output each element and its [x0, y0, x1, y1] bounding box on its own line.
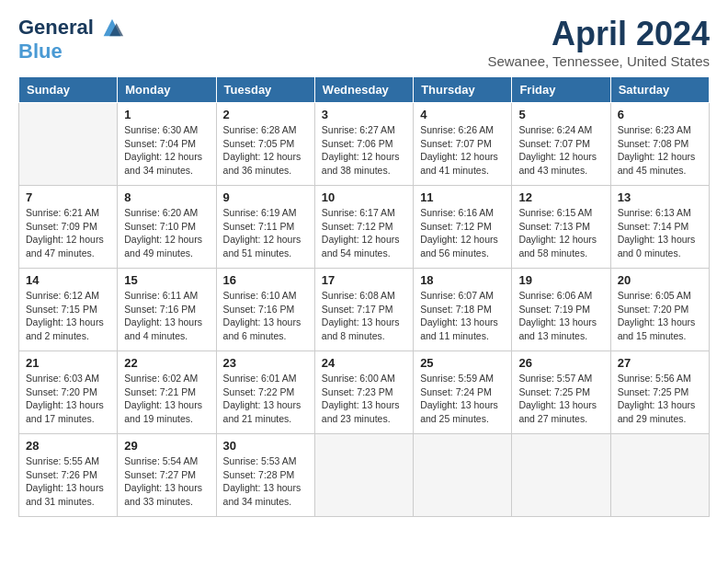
day-number: 28	[26, 439, 110, 453]
logo: General Blue	[18, 15, 125, 63]
calendar-cell	[414, 434, 512, 517]
day-number: 19	[518, 273, 603, 287]
calendar-cell: 9Sunrise: 6:19 AM Sunset: 7:11 PM Daylig…	[216, 186, 314, 269]
day-info: Sunrise: 6:07 AM Sunset: 7:18 PM Dayligh…	[420, 289, 505, 343]
week-row-4: 21Sunrise: 6:03 AM Sunset: 7:20 PM Dayli…	[19, 351, 710, 434]
day-info: Sunrise: 5:56 AM Sunset: 7:25 PM Dayligh…	[618, 372, 702, 426]
calendar: SundayMondayTuesdayWednesdayThursdayFrid…	[18, 76, 710, 517]
calendar-cell: 8Sunrise: 6:20 AM Sunset: 7:10 PM Daylig…	[118, 186, 216, 269]
day-number: 17	[322, 273, 406, 287]
calendar-cell: 21Sunrise: 6:03 AM Sunset: 7:20 PM Dayli…	[19, 351, 118, 434]
calendar-cell: 16Sunrise: 6:10 AM Sunset: 7:16 PM Dayli…	[216, 269, 314, 351]
calendar-cell: 10Sunrise: 6:17 AM Sunset: 7:12 PM Dayli…	[314, 186, 413, 269]
day-number: 23	[223, 356, 308, 370]
day-number: 26	[518, 356, 603, 370]
day-info: Sunrise: 6:21 AM Sunset: 7:09 PM Dayligh…	[26, 206, 110, 260]
week-row-3: 14Sunrise: 6:12 AM Sunset: 7:15 PM Dayli…	[19, 269, 710, 351]
calendar-cell: 22Sunrise: 6:02 AM Sunset: 7:21 PM Dayli…	[118, 351, 216, 434]
week-row-1: 1Sunrise: 6:30 AM Sunset: 7:04 PM Daylig…	[19, 103, 710, 186]
day-info: Sunrise: 5:57 AM Sunset: 7:25 PM Dayligh…	[518, 372, 603, 426]
day-number: 27	[618, 356, 702, 370]
calendar-cell	[19, 103, 118, 186]
day-info: Sunrise: 6:26 AM Sunset: 7:07 PM Dayligh…	[420, 123, 505, 178]
day-info: Sunrise: 6:30 AM Sunset: 7:04 PM Dayligh…	[124, 123, 209, 178]
day-info: Sunrise: 5:53 AM Sunset: 7:28 PM Dayligh…	[223, 454, 308, 509]
calendar-cell: 4Sunrise: 6:26 AM Sunset: 7:07 PM Daylig…	[414, 103, 512, 186]
day-number: 10	[322, 190, 406, 204]
day-info: Sunrise: 6:17 AM Sunset: 7:12 PM Dayligh…	[322, 206, 406, 260]
day-number: 14	[26, 273, 110, 287]
day-info: Sunrise: 5:59 AM Sunset: 7:24 PM Dayligh…	[420, 372, 505, 426]
day-number: 15	[124, 273, 209, 287]
week-row-2: 7Sunrise: 6:21 AM Sunset: 7:09 PM Daylig…	[19, 186, 710, 269]
calendar-cell: 14Sunrise: 6:12 AM Sunset: 7:15 PM Dayli…	[19, 269, 118, 351]
calendar-cell: 2Sunrise: 6:28 AM Sunset: 7:05 PM Daylig…	[216, 103, 314, 186]
calendar-cell: 1Sunrise: 6:30 AM Sunset: 7:04 PM Daylig…	[118, 103, 216, 186]
day-info: Sunrise: 5:55 AM Sunset: 7:26 PM Dayligh…	[26, 454, 110, 509]
calendar-cell: 7Sunrise: 6:21 AM Sunset: 7:09 PM Daylig…	[19, 186, 118, 269]
calendar-cell: 24Sunrise: 6:00 AM Sunset: 7:23 PM Dayli…	[314, 351, 413, 434]
calendar-cell: 27Sunrise: 5:56 AM Sunset: 7:25 PM Dayli…	[610, 351, 709, 434]
weekday-friday: Friday	[512, 77, 610, 103]
day-number: 1	[124, 108, 209, 121]
calendar-cell: 20Sunrise: 6:05 AM Sunset: 7:20 PM Dayli…	[610, 269, 709, 351]
day-number: 18	[420, 273, 505, 287]
weekday-tuesday: Tuesday	[216, 77, 314, 103]
title-area: April 2024 Sewanee, Tennessee, United St…	[487, 15, 710, 69]
calendar-cell: 13Sunrise: 6:13 AM Sunset: 7:14 PM Dayli…	[610, 186, 709, 269]
day-number: 22	[124, 356, 209, 370]
calendar-cell: 28Sunrise: 5:55 AM Sunset: 7:26 PM Dayli…	[19, 434, 118, 517]
day-number: 21	[26, 356, 110, 370]
day-number: 5	[518, 108, 603, 121]
calendar-cell: 25Sunrise: 5:59 AM Sunset: 7:24 PM Dayli…	[414, 351, 512, 434]
day-number: 3	[322, 108, 406, 121]
day-info: Sunrise: 6:28 AM Sunset: 7:05 PM Dayligh…	[223, 123, 308, 178]
subtitle: Sewanee, Tennessee, United States	[487, 53, 710, 69]
day-info: Sunrise: 6:16 AM Sunset: 7:12 PM Dayligh…	[420, 206, 505, 260]
logo-text: General	[18, 17, 94, 39]
weekday-monday: Monday	[118, 77, 216, 103]
day-info: Sunrise: 6:15 AM Sunset: 7:13 PM Dayligh…	[518, 206, 603, 260]
day-info: Sunrise: 6:10 AM Sunset: 7:16 PM Dayligh…	[223, 289, 308, 343]
day-info: Sunrise: 6:06 AM Sunset: 7:19 PM Dayligh…	[518, 289, 603, 343]
day-info: Sunrise: 6:13 AM Sunset: 7:14 PM Dayligh…	[618, 206, 702, 260]
main-title: April 2024	[487, 15, 710, 53]
header: General Blue April 2024 Sewanee, Tenness…	[18, 15, 710, 69]
weekday-wednesday: Wednesday	[314, 77, 413, 103]
day-number: 20	[618, 273, 702, 287]
day-info: Sunrise: 5:54 AM Sunset: 7:27 PM Dayligh…	[124, 454, 209, 509]
calendar-cell	[512, 434, 610, 517]
day-number: 11	[420, 190, 505, 204]
day-number: 30	[223, 439, 308, 453]
logo-icon	[99, 15, 125, 40]
day-number: 7	[26, 190, 110, 204]
weekday-thursday: Thursday	[414, 77, 512, 103]
day-number: 16	[223, 273, 308, 287]
day-number: 9	[223, 190, 308, 204]
day-info: Sunrise: 6:00 AM Sunset: 7:23 PM Dayligh…	[322, 372, 406, 426]
page: General Blue April 2024 Sewanee, Tenness…	[0, 0, 728, 532]
day-info: Sunrise: 6:05 AM Sunset: 7:20 PM Dayligh…	[618, 289, 702, 343]
day-number: 8	[124, 190, 209, 204]
day-info: Sunrise: 6:11 AM Sunset: 7:16 PM Dayligh…	[124, 289, 209, 343]
day-number: 13	[618, 190, 702, 204]
day-number: 29	[124, 439, 209, 453]
day-info: Sunrise: 6:02 AM Sunset: 7:21 PM Dayligh…	[124, 372, 209, 426]
day-info: Sunrise: 6:24 AM Sunset: 7:07 PM Dayligh…	[518, 123, 603, 178]
day-info: Sunrise: 6:12 AM Sunset: 7:15 PM Dayligh…	[26, 289, 110, 343]
day-number: 25	[420, 356, 505, 370]
calendar-cell	[314, 434, 413, 517]
weekday-header-row: SundayMondayTuesdayWednesdayThursdayFrid…	[19, 77, 710, 103]
calendar-cell: 17Sunrise: 6:08 AM Sunset: 7:17 PM Dayli…	[314, 269, 413, 351]
calendar-cell: 18Sunrise: 6:07 AM Sunset: 7:18 PM Dayli…	[414, 269, 512, 351]
day-info: Sunrise: 6:03 AM Sunset: 7:20 PM Dayligh…	[26, 372, 110, 426]
day-info: Sunrise: 6:27 AM Sunset: 7:06 PM Dayligh…	[322, 123, 406, 178]
calendar-cell: 23Sunrise: 6:01 AM Sunset: 7:22 PM Dayli…	[216, 351, 314, 434]
calendar-cell: 15Sunrise: 6:11 AM Sunset: 7:16 PM Dayli…	[118, 269, 216, 351]
day-info: Sunrise: 6:01 AM Sunset: 7:22 PM Dayligh…	[223, 372, 308, 426]
logo-blue-text: Blue	[18, 40, 63, 63]
day-number: 12	[518, 190, 603, 204]
day-info: Sunrise: 6:20 AM Sunset: 7:10 PM Dayligh…	[124, 206, 209, 260]
calendar-cell: 19Sunrise: 6:06 AM Sunset: 7:19 PM Dayli…	[512, 269, 610, 351]
weekday-saturday: Saturday	[610, 77, 709, 103]
